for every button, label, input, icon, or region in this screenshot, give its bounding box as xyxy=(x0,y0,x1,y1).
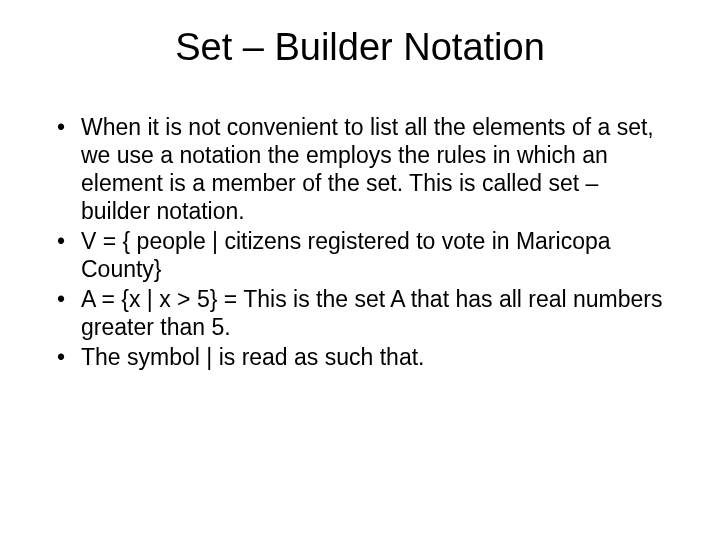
list-item: A = {x | x > 5} = This is the set A that… xyxy=(55,285,665,341)
slide: Set – Builder Notation When it is not co… xyxy=(0,0,720,540)
list-item: When it is not convenient to list all th… xyxy=(55,113,665,225)
list-item: V = { people | citizens registered to vo… xyxy=(55,227,665,283)
list-item: The symbol | is read as such that. xyxy=(55,343,665,371)
bullet-list: When it is not convenient to list all th… xyxy=(55,113,665,371)
slide-title: Set – Builder Notation xyxy=(55,26,665,69)
